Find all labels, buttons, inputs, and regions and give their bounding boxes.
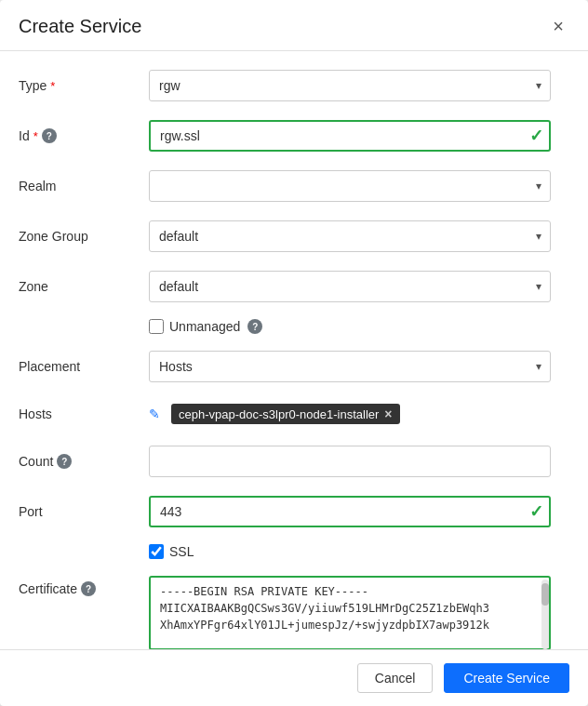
- host-tag-label: ceph-vpap-doc-s3lpr0-node1-installer: [179, 407, 379, 421]
- port-input[interactable]: [149, 496, 551, 527]
- port-row: Port ✓: [0, 486, 588, 537]
- count-control: [149, 446, 551, 477]
- realm-control: ▾: [149, 170, 551, 202]
- certificate-scrollbar-thumb: [541, 583, 549, 606]
- realm-select[interactable]: [149, 170, 551, 202]
- count-help-icon[interactable]: ?: [57, 454, 72, 469]
- zone-group-select[interactable]: default: [149, 220, 551, 252]
- certificate-scrollbar[interactable]: [541, 579, 549, 649]
- unmanaged-help-icon[interactable]: ?: [247, 319, 262, 334]
- ssl-label[interactable]: SSL: [149, 544, 194, 559]
- count-row: Count ?: [0, 436, 588, 486]
- hosts-control: ✎ ceph-vpap-doc-s3lpr0-node1-installer ×: [149, 404, 551, 424]
- realm-row: Realm ▾: [0, 161, 588, 211]
- type-control: rgw mon mgr osd ▾: [149, 70, 551, 101]
- dialog-title: Create Service: [19, 16, 141, 37]
- port-label: Port: [19, 504, 149, 519]
- placement-label: Placement: [19, 359, 149, 374]
- hosts-edit-icon[interactable]: ✎: [149, 406, 160, 421]
- host-tag-close-icon[interactable]: ×: [384, 406, 392, 421]
- type-label: Type *: [19, 78, 149, 93]
- zone-group-label: Zone Group: [19, 229, 149, 244]
- certificate-help-icon[interactable]: ?: [81, 581, 96, 596]
- realm-label: Realm: [19, 179, 149, 193]
- type-select[interactable]: rgw mon mgr osd: [149, 70, 551, 101]
- hosts-wrap: ✎ ceph-vpap-doc-s3lpr0-node1-installer ×: [149, 404, 551, 424]
- hosts-label: Hosts: [19, 406, 149, 421]
- port-input-wrap: ✓: [149, 496, 551, 527]
- id-input[interactable]: [149, 120, 551, 152]
- zone-label: Zone: [19, 279, 149, 294]
- port-control: ✓: [149, 496, 551, 527]
- unmanaged-row: Unmanaged ?: [0, 312, 588, 341]
- realm-select-wrap: ▾: [149, 170, 551, 202]
- unmanaged-checkbox[interactable]: [149, 319, 164, 334]
- id-row: Id * ? ✓: [0, 111, 588, 161]
- cancel-button[interactable]: Cancel: [357, 663, 434, 693]
- certificate-textarea[interactable]: -----BEGIN RSA PRIVATE KEY----- MIICXAIB…: [149, 576, 551, 649]
- close-button[interactable]: ×: [547, 15, 569, 37]
- port-valid-icon: ✓: [529, 501, 543, 522]
- dialog-header: Create Service ×: [0, 0, 588, 51]
- zone-select-wrap: default ▾: [149, 271, 551, 302]
- certificate-row: Certificate ? -----BEGIN RSA PRIVATE KEY…: [0, 566, 588, 649]
- id-input-wrap: ✓: [149, 120, 551, 152]
- type-select-wrap: rgw mon mgr osd ▾: [149, 70, 551, 101]
- id-required: *: [33, 129, 38, 143]
- id-control: ✓: [149, 120, 551, 152]
- id-valid-icon: ✓: [529, 126, 543, 146]
- dialog-body: Type * rgw mon mgr osd ▾ Id *: [0, 51, 588, 649]
- placement-row: Placement Hosts Label Count ▾: [0, 341, 588, 392]
- id-label: Id * ?: [19, 128, 149, 143]
- certificate-label: Certificate ?: [19, 576, 149, 596]
- unmanaged-label[interactable]: Unmanaged: [149, 319, 240, 334]
- count-input[interactable]: [149, 446, 551, 477]
- zone-group-row: Zone Group default ▾: [0, 211, 588, 261]
- placement-select[interactable]: Hosts Label Count: [149, 351, 551, 382]
- count-label: Count ?: [19, 454, 149, 469]
- create-service-dialog: Create Service × Type * rgw mon mgr osd …: [0, 0, 588, 706]
- ssl-checkbox[interactable]: [149, 544, 164, 559]
- zone-row: Zone default ▾: [0, 261, 588, 312]
- zone-group-select-wrap: default ▾: [149, 220, 551, 252]
- type-row: Type * rgw mon mgr osd ▾: [0, 60, 588, 111]
- placement-control: Hosts Label Count ▾: [149, 351, 551, 382]
- placement-select-wrap: Hosts Label Count ▾: [149, 351, 551, 382]
- zone-group-control: default ▾: [149, 220, 551, 252]
- ssl-row: SSL: [0, 537, 588, 566]
- hosts-row: Hosts ✎ ceph-vpap-doc-s3lpr0-node1-insta…: [0, 392, 588, 436]
- certificate-control: -----BEGIN RSA PRIVATE KEY----- MIICXAIB…: [149, 576, 551, 649]
- dialog-footer: Cancel Create Service: [0, 649, 588, 706]
- zone-select[interactable]: default: [149, 271, 551, 302]
- zone-control: default ▾: [149, 271, 551, 302]
- host-tag: ceph-vpap-doc-s3lpr0-node1-installer ×: [171, 404, 400, 424]
- type-required: *: [50, 79, 55, 93]
- create-service-button[interactable]: Create Service: [444, 663, 569, 693]
- id-help-icon[interactable]: ?: [42, 128, 57, 143]
